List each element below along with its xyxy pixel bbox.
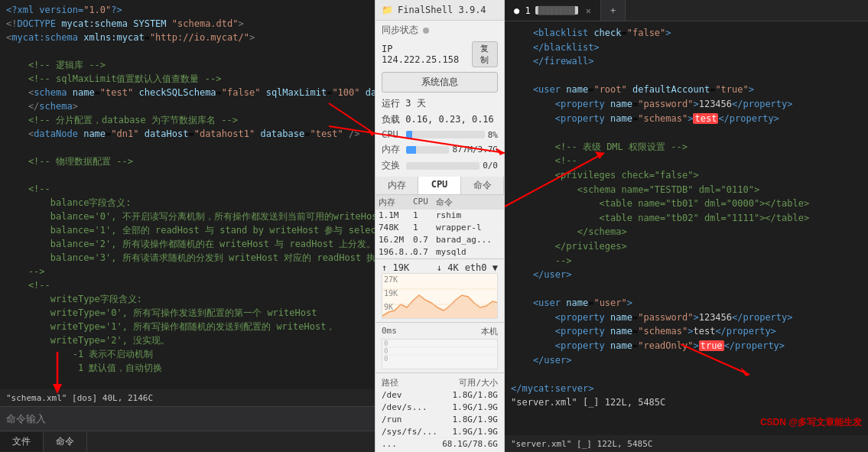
code-line	[511, 367, 862, 382]
code-line: </user>	[511, 353, 862, 368]
proc-header: 内存 CPU 命令	[375, 195, 504, 210]
code-line: </mycat:server>	[511, 382, 862, 396]
code-line: <property name="readOnly">true</property…	[511, 339, 862, 353]
right-panel: ● 1 ████████ ✕ + <blacklist check="false…	[505, 0, 868, 452]
disk-section: 路径 可用/大小 /dev 1.8G/1.8G /dev/s... 1.9G/1…	[375, 372, 504, 452]
cmd-input-bar[interactable]: 命令输入	[0, 406, 375, 431]
code-line: </firewall>	[511, 54, 862, 69]
proc-cmd: barad_ag...	[436, 235, 501, 245]
code-line: </schema>	[6, 99, 369, 113]
ping-value: 0ms	[382, 326, 397, 337]
disk-path-3: /run	[382, 415, 437, 424]
tab-close-icon[interactable]: ✕	[586, 5, 591, 16]
proc-row: 1.1M 1 rshim	[375, 210, 504, 222]
code-line: <user name="user">	[511, 296, 862, 311]
disk-path-4: /sys/fs/...	[382, 427, 437, 437]
disk-row: ... 68.1G/78.6G	[382, 438, 498, 450]
code-line: writeType='1', 所有写操作都随机的发送到配置的 writeHost…	[6, 320, 369, 333]
disk-header: 路径 可用/大小	[382, 376, 498, 389]
code-line: balance='0', 不开启读写分离机制，所有操作都发送到当前可用的writ…	[6, 210, 369, 223]
code-line: writeType字段含义:	[6, 292, 369, 306]
ping-header: 0ms 本机	[382, 326, 498, 337]
left-code-content: <?xml version="1.0"?> <!DOCTYPE mycat:sc…	[0, 0, 375, 389]
code-line: -1 表示不启动机制	[6, 347, 369, 361]
left-status-bar: "schema.xml" [dos] 40L, 2146C	[0, 389, 375, 406]
code-line: -->	[6, 265, 369, 278]
proc-header-cmd: 命令	[436, 197, 501, 208]
disk-path-2: /dev/s...	[382, 402, 437, 412]
ip-row: IP 124.222.25.158 复制	[375, 40, 504, 69]
proc-cpu: 1	[413, 223, 436, 233]
code-line: <dataNode name="dn1" dataHost="datahost1…	[6, 127, 369, 141]
net-stats-row: ↑ 19K ↓ 4K eth0 ▼	[382, 262, 498, 273]
proc-mem: 196.8...	[379, 247, 413, 257]
code-line: <schema name="TESTDB" dml="0110">	[511, 183, 862, 197]
proc-mem: 16.2M	[379, 235, 413, 245]
code-line	[511, 125, 862, 140]
code-line: <property name="schemas">test</property>	[511, 324, 862, 339]
proc-header-cpu: CPU	[413, 197, 436, 208]
code-line	[6, 168, 369, 182]
swap-row: 交换 0/0	[375, 158, 504, 174]
code-line	[6, 44, 369, 58]
right-tabs: ● 1 ████████ ✕ +	[505, 0, 868, 21]
tab-file[interactable]: 文件	[0, 432, 44, 451]
tab-mem[interactable]: 内存	[375, 177, 418, 194]
right-tab-active[interactable]: ● 1 ████████ ✕	[505, 0, 601, 21]
disk-row: /sys/fs/... 1.9G/1.9G	[382, 426, 498, 438]
right-status-text: "server.xml" [_] 122L, 5485C	[511, 439, 652, 449]
system-panel: 📁 FinalShell 3.9.4 同步状态 IP 124.222.25.15…	[375, 0, 505, 452]
code-line: <table name="tb01" dml="0000"></table>	[511, 197, 862, 211]
load-text: 负载 0.16, 0.23, 0.16	[382, 113, 494, 126]
sys-info-button[interactable]: 系统信息	[382, 72, 498, 93]
tab-name: ████████	[535, 6, 578, 15]
proc-cmd: wrapper-l	[436, 223, 501, 233]
disk-row: /dev/s... 1.9G/1.9G	[382, 402, 498, 414]
proc-header-mem: 内存	[379, 197, 413, 208]
ping-section: 0ms 本机 0 0 0	[375, 322, 504, 372]
uptime-text: 运行 3 天	[382, 97, 426, 110]
tab-command[interactable]: 命令	[44, 432, 87, 451]
code-line: <!-- 分片配置，database 为字节数据库名 -->	[6, 113, 369, 127]
disk-size-1: 1.8G/1.8G	[437, 390, 498, 400]
sys-title: FinalShell 3.9.4	[398, 5, 486, 15]
tab-cmd[interactable]: 命令	[461, 177, 504, 194]
code-line: <privileges check="false">	[511, 168, 862, 183]
code-line: <!-- 表级 DML 权限设置 -->	[511, 140, 862, 154]
mem-value: 877M/3.7G	[452, 145, 498, 154]
tab-number: ● 1	[514, 5, 531, 16]
cpu-bar	[406, 131, 412, 138]
proc-row: 196.8... 0.7 mysqld	[375, 246, 504, 259]
net-download: ↓ 4K	[437, 262, 459, 273]
cpu-row: CPU 8%	[375, 128, 504, 141]
code-line: <?xml version="1.0"?>	[6, 3, 369, 17]
right-code-content: <blacklist check="false"> </blacklist> <…	[505, 21, 868, 435]
proc-cpu: 0.7	[413, 235, 436, 245]
proc-cpu: 0.7	[413, 247, 436, 257]
copy-button[interactable]: 复制	[472, 41, 498, 67]
code-line: </schema>	[511, 225, 862, 239]
cmd-input-label: 命令输入	[6, 412, 46, 426]
code-line: writeType='2', 没实现。	[6, 333, 369, 347]
sync-dot	[423, 28, 429, 34]
tab-cpu[interactable]: CPU	[418, 177, 461, 194]
disk-size-4: 1.9G/1.9G	[437, 427, 498, 437]
disk-size-3: 1.8G/1.9G	[437, 415, 498, 424]
disk-path-1: /dev	[382, 390, 437, 400]
code-line: <schema name="test" checkSQLSchema="fals…	[6, 86, 369, 99]
code-line: balance='3', 所有读请求随机的分发到 writeHost 对应的 r…	[6, 251, 369, 265]
bottom-tabs: 文件 命令	[0, 431, 375, 452]
net-section: ↑ 19K ↓ 4K eth0 ▼ 27K 19K 9K	[375, 259, 504, 322]
code-line: balance字段含义:	[6, 196, 369, 210]
watermark: CSDN @多写文章能生发	[760, 416, 862, 429]
right-tab-add[interactable]: +	[601, 0, 626, 21]
code-line: <table name="tb02" dml="1111"></table>	[511, 211, 862, 226]
left-status-text: "schema.xml" [dos] 40L, 2146C	[6, 393, 153, 403]
proc-cmd: rshim	[436, 210, 501, 220]
code-line: writeType='0', 所有写操作发送到配置的第一个 writeHost	[6, 306, 369, 320]
net-chart: 27K 19K 9K	[382, 273, 498, 319]
disk-col-size: 可用/大小	[437, 377, 498, 389]
cpu-label: CPU	[382, 129, 403, 140]
proc-mem: 1.1M	[379, 210, 413, 220]
code-line: <!-- 物理数据配置 -->	[6, 154, 369, 168]
